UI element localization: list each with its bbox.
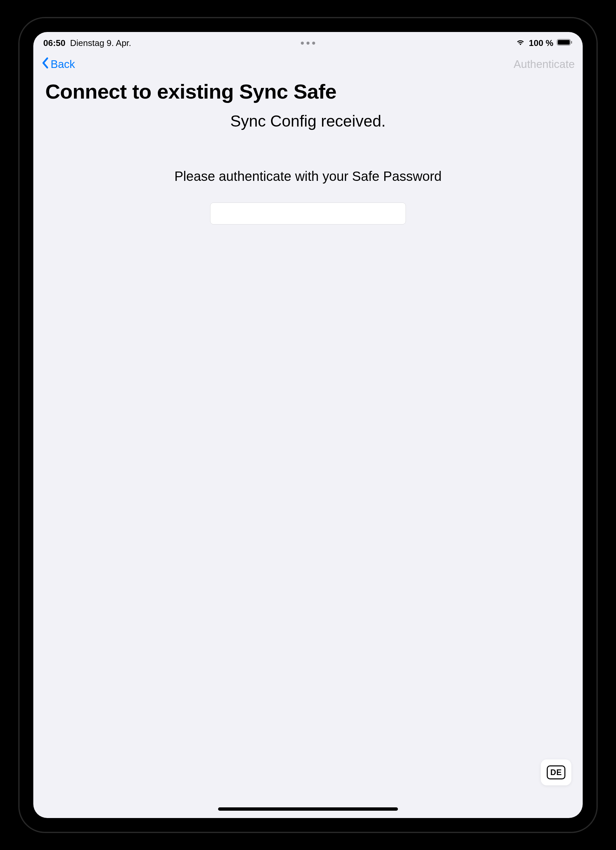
back-button[interactable]: Back <box>41 57 75 72</box>
page-subtitle: Sync Config received. <box>33 106 583 136</box>
home-indicator[interactable] <box>218 807 398 811</box>
status-right: 100 % <box>516 38 573 48</box>
status-time: 06:50 <box>43 38 66 48</box>
status-date: Dienstag 9. Apr. <box>70 38 132 48</box>
wifi-icon <box>516 38 525 48</box>
password-input-wrapper <box>33 202 583 224</box>
chevron-left-icon <box>41 57 49 72</box>
screen: 06:50 Dienstag 9. Apr. 100 % <box>33 32 583 818</box>
keyboard-language-button[interactable]: DE <box>541 759 571 786</box>
authenticate-button[interactable]: Authenticate <box>514 58 575 70</box>
nav-bar: Back Authenticate <box>33 52 583 75</box>
auth-prompt: Please authenticate with your Safe Passw… <box>33 169 583 184</box>
multitasking-dots-icon[interactable] <box>301 42 315 45</box>
battery-percent: 100 % <box>529 38 553 48</box>
status-bar: 06:50 Dienstag 9. Apr. 100 % <box>33 32 583 52</box>
password-input[interactable] <box>210 202 406 224</box>
authenticate-label: Authenticate <box>514 58 575 70</box>
status-left: 06:50 Dienstag 9. Apr. <box>43 38 131 48</box>
battery-icon <box>557 38 573 48</box>
svg-rect-1 <box>558 40 570 45</box>
device-frame: 06:50 Dienstag 9. Apr. 100 % <box>18 17 598 833</box>
keyboard-language-label: DE <box>547 765 565 780</box>
svg-rect-2 <box>571 41 572 43</box>
back-label: Back <box>51 58 75 70</box>
page-title: Connect to existing Sync Safe <box>33 75 583 106</box>
